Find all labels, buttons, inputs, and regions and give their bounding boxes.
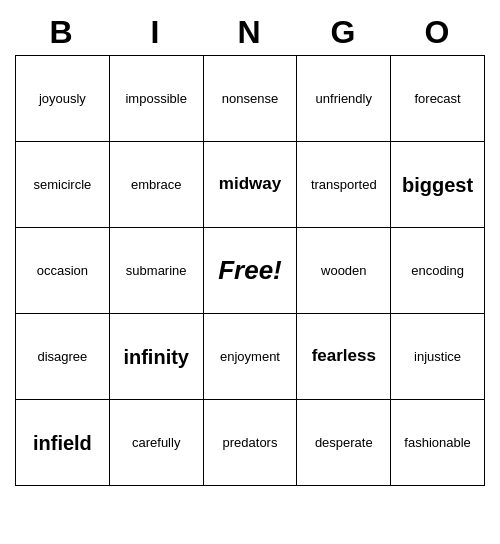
bingo-cell-9: biggest	[391, 142, 485, 228]
bingo-cell-18: fearless	[297, 314, 391, 400]
bingo-cell-15: disagree	[16, 314, 110, 400]
bingo-cell-8: transported	[297, 142, 391, 228]
bingo-cell-12: Free!	[204, 228, 298, 314]
header-letter-I: I	[109, 10, 203, 55]
bingo-cell-5: semicircle	[16, 142, 110, 228]
bingo-cell-0: joyously	[16, 56, 110, 142]
bingo-cell-6: embrace	[110, 142, 204, 228]
bingo-cell-22: predators	[204, 400, 298, 486]
bingo-cell-7: midway	[204, 142, 298, 228]
bingo-cell-21: carefully	[110, 400, 204, 486]
bingo-card: BINGO joyouslyimpossiblenonsenseunfriend…	[15, 10, 485, 486]
bingo-cell-10: occasion	[16, 228, 110, 314]
bingo-cell-24: fashionable	[391, 400, 485, 486]
bingo-cell-2: nonsense	[204, 56, 298, 142]
bingo-cell-11: submarine	[110, 228, 204, 314]
bingo-cell-23: desperate	[297, 400, 391, 486]
bingo-cell-13: wooden	[297, 228, 391, 314]
header-letter-B: B	[15, 10, 109, 55]
bingo-cell-17: enjoyment	[204, 314, 298, 400]
bingo-cell-20: infield	[16, 400, 110, 486]
header-letter-N: N	[203, 10, 297, 55]
header-letter-O: O	[391, 10, 485, 55]
bingo-cell-14: encoding	[391, 228, 485, 314]
bingo-header: BINGO	[15, 10, 485, 55]
bingo-cell-3: unfriendly	[297, 56, 391, 142]
bingo-grid: joyouslyimpossiblenonsenseunfriendlyfore…	[15, 55, 485, 486]
bingo-cell-16: infinity	[110, 314, 204, 400]
bingo-cell-4: forecast	[391, 56, 485, 142]
header-letter-G: G	[297, 10, 391, 55]
bingo-cell-19: injustice	[391, 314, 485, 400]
bingo-cell-1: impossible	[110, 56, 204, 142]
